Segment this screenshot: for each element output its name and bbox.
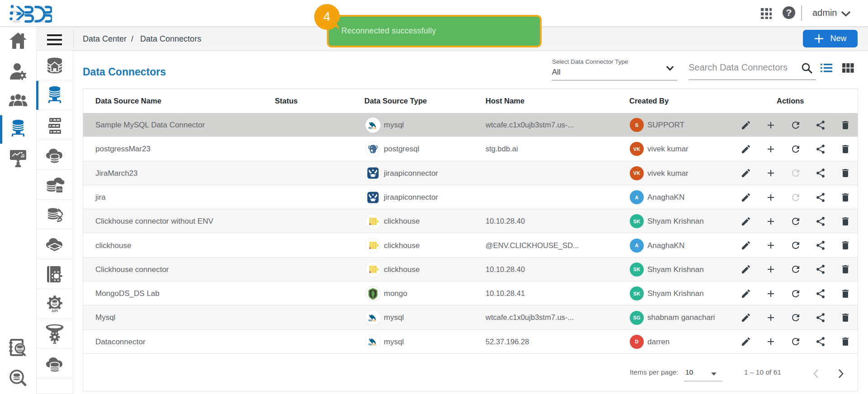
svg-text:API: API	[52, 309, 58, 313]
svg-text:SQL: SQL	[372, 343, 377, 346]
svg-text:SQL: SQL	[372, 127, 377, 129]
svg-text:</>: </>	[57, 188, 62, 192]
svg-text:?: ?	[786, 7, 792, 18]
svg-text:SQL: SQL	[372, 319, 377, 322]
